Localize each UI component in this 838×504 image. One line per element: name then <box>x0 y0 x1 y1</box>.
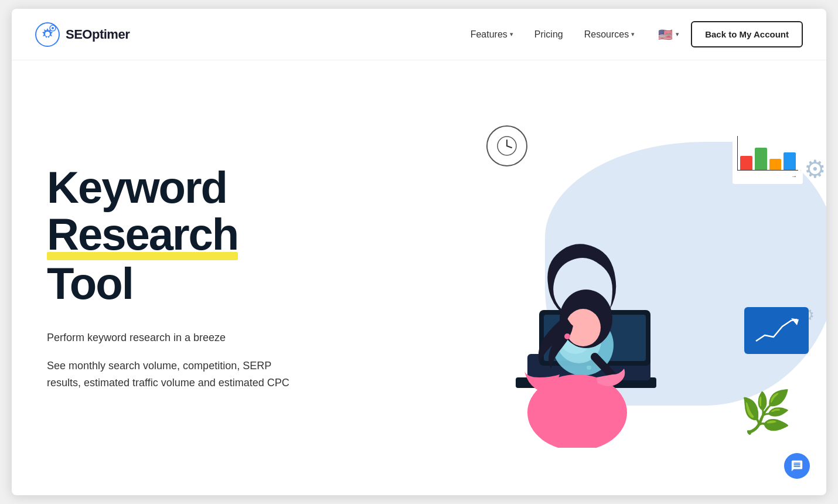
highlight-research: Research <box>47 211 238 260</box>
person-illustration <box>469 196 691 448</box>
logo[interactable]: SEOptimer <box>35 22 130 47</box>
nav-links: Features ▾ Pricing Resources ▾ <box>471 29 635 40</box>
svg-point-1 <box>45 32 50 36</box>
logo-icon <box>35 22 60 47</box>
nav-resources[interactable]: Resources ▾ <box>584 29 635 40</box>
hero-text: Keyword Research Tool Perform keyword re… <box>47 164 299 391</box>
bar-green <box>755 148 767 170</box>
bar-orange <box>769 159 782 170</box>
language-selector[interactable]: 🇺🇸 ▾ <box>658 28 679 42</box>
language-chevron-icon: ▾ <box>676 30 679 38</box>
clock-icon <box>486 125 527 166</box>
features-chevron-icon: ▾ <box>510 30 513 38</box>
navbar: SEOptimer Features ▾ Pricing Resources ▾… <box>12 9 826 60</box>
bar-chart-card: → <box>733 131 803 184</box>
hero-section: Keyword Research Tool Perform keyword re… <box>12 60 826 495</box>
chat-icon <box>791 459 803 472</box>
main-window: SEOptimer Features ▾ Pricing Resources ▾… <box>12 9 826 495</box>
hero-subtitle2: See monthly search volume, competition, … <box>47 357 299 391</box>
logo-text: SEOptimer <box>66 27 130 42</box>
hero-subtitle1: Perform keyword research in a breeze <box>47 330 299 346</box>
plant-icon: 🌿 <box>740 388 791 436</box>
svg-point-21 <box>564 333 570 339</box>
gear-icon-1: ⚙ <box>804 155 826 183</box>
hero-title: Keyword Research Tool <box>47 164 299 307</box>
svg-point-3 <box>52 27 54 29</box>
bar-red <box>740 156 752 170</box>
nav-pricing[interactable]: Pricing <box>534 29 563 40</box>
svg-line-6 <box>507 146 512 148</box>
nav-right: 🇺🇸 ▾ Back to My Account <box>658 21 803 47</box>
bar-blue <box>784 152 796 170</box>
nav-features[interactable]: Features ▾ <box>471 29 513 40</box>
us-flag-icon: 🇺🇸 <box>658 28 673 42</box>
back-to-account-button[interactable]: Back to My Account <box>691 21 803 47</box>
hero-illustration: ⚙ ⚙ ⚙ <box>440 108 826 448</box>
trend-chart-card <box>744 307 809 354</box>
chat-button[interactable] <box>784 453 810 479</box>
resources-chevron-icon: ▾ <box>631 30 635 38</box>
